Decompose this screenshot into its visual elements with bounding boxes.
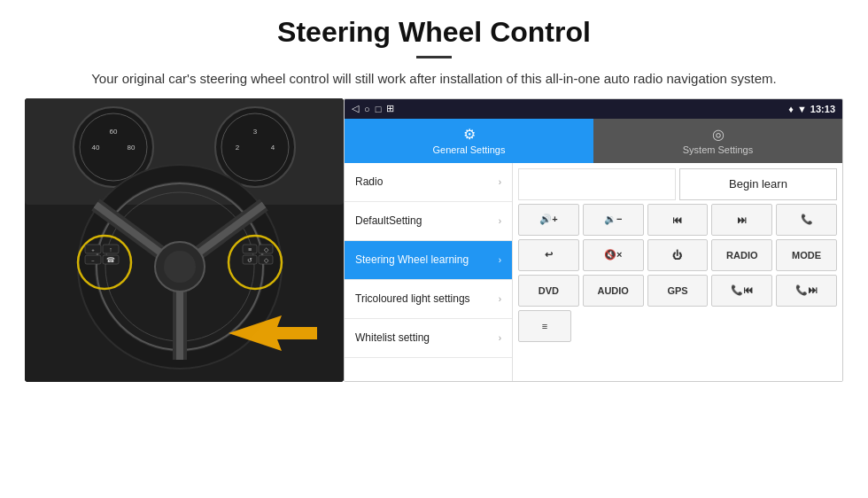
tablet-ui: ◁ ○ □ ⊞ ♦ ▼ 13:13 ⚙ General Settings ◎ S… xyxy=(344,98,843,382)
tel-next-button[interactable]: 📞⏭ xyxy=(776,275,837,307)
svg-text:80: 80 xyxy=(128,144,136,152)
volume-down-button[interactable]: 🔉− xyxy=(583,204,644,236)
mode-button[interactable]: MODE xyxy=(776,239,837,271)
svg-point-7 xyxy=(215,107,295,187)
home-nav-icon[interactable]: ○ xyxy=(364,104,370,114)
system-settings-icon: ◎ xyxy=(712,126,725,143)
general-settings-icon: ⚙ xyxy=(463,126,476,143)
menu-item-radio[interactable]: Radio › xyxy=(345,163,512,202)
prev-track-button[interactable]: ⏮ xyxy=(647,204,709,236)
svg-text:3: 3 xyxy=(253,128,258,136)
main-content: 60 80 40 3 4 2 xyxy=(0,98,868,393)
tel-prev-icon: 📞⏮ xyxy=(731,284,753,296)
mode-label: MODE xyxy=(792,250,821,261)
tab-system-label: System Settings xyxy=(683,144,753,155)
status-time: 13:13 xyxy=(810,104,835,114)
svg-rect-1 xyxy=(25,98,344,205)
button-row-1: 🔊+ 🔉− ⏮ ⏭ 📞 xyxy=(518,204,837,236)
volume-down-icon: 🔉− xyxy=(604,214,622,225)
svg-text:↑: ↑ xyxy=(109,246,112,253)
mute-icon: 🔇× xyxy=(604,249,622,261)
button-row-3: DVD AUDIO GPS 📞⏮ 📞⏭ xyxy=(518,275,837,307)
tab-bar: ⚙ General Settings ◎ System Settings xyxy=(345,119,842,163)
chevron-icon-default: › xyxy=(499,216,501,226)
prev-track-icon: ⏮ xyxy=(672,214,682,225)
next-track-icon: ⏭ xyxy=(737,214,747,225)
dvd-label: DVD xyxy=(539,285,559,296)
status-icons: ◁ ○ □ ⊞ xyxy=(352,103,394,114)
page-title: Steering Wheel Control xyxy=(35,16,833,49)
location-icon: ♦ xyxy=(788,104,794,114)
menu-item-tricoloured[interactable]: Tricoloured light settings › xyxy=(345,280,512,319)
call-icon: 📞 xyxy=(801,214,813,225)
chevron-icon-tricoloured: › xyxy=(499,294,501,304)
title-divider xyxy=(416,56,452,58)
settings-menu: Radio › DefaultSetting › Steering Wheel … xyxy=(345,163,513,381)
list-button[interactable]: ≡ xyxy=(518,310,571,342)
gps-button[interactable]: GPS xyxy=(647,275,709,307)
steering-wheel-image: 60 80 40 3 4 2 xyxy=(25,98,344,382)
radio-label: RADIO xyxy=(726,250,757,261)
list-icon: ≡ xyxy=(542,321,547,331)
chevron-icon-radio: › xyxy=(499,177,501,187)
control-panel: Begin learn 🔊+ 🔉− ⏮ ⏭ xyxy=(513,163,842,381)
back-nav-icon[interactable]: ◁ xyxy=(352,103,359,114)
gps-label: GPS xyxy=(667,285,687,296)
signal-icon: ▼ xyxy=(797,104,807,114)
svg-text:4: 4 xyxy=(271,144,275,152)
svg-text:2: 2 xyxy=(236,144,240,152)
screenshot-icon: ⊞ xyxy=(386,103,394,114)
tel-next-icon: 📞⏭ xyxy=(795,284,818,296)
svg-text:−: − xyxy=(91,258,95,263)
dvd-button[interactable]: DVD xyxy=(518,275,579,307)
button-row-2: ↩ 🔇× ⏻ RADIO MODE xyxy=(518,239,837,271)
tab-general-label: General Settings xyxy=(433,144,506,155)
volume-up-button[interactable]: 🔊+ xyxy=(518,204,579,236)
page-subtitle: Your original car's steering wheel contr… xyxy=(89,69,779,89)
begin-learn-button[interactable]: Begin learn xyxy=(679,168,837,200)
begin-learn-row: Begin learn xyxy=(518,168,837,200)
end-call-icon: ↩ xyxy=(545,249,553,261)
svg-text:≡: ≡ xyxy=(248,246,252,253)
content-area: Radio › DefaultSetting › Steering Wheel … xyxy=(345,163,842,381)
menu-item-whitelist[interactable]: Whitelist setting › xyxy=(345,319,512,358)
tab-general[interactable]: ⚙ General Settings xyxy=(345,119,593,163)
svg-text:☎: ☎ xyxy=(106,256,115,264)
audio-label: AUDIO xyxy=(597,285,628,296)
power-button[interactable]: ⏻ xyxy=(647,239,709,271)
button-row-4: ≡ xyxy=(518,310,837,342)
next-track-button[interactable]: ⏭ xyxy=(711,204,772,236)
tab-system[interactable]: ◎ System Settings xyxy=(593,119,842,163)
empty-cell xyxy=(518,168,676,200)
menu-item-steering[interactable]: Steering Wheel learning › xyxy=(345,241,512,280)
svg-text:↺: ↺ xyxy=(247,257,252,263)
tel-prev-button[interactable]: 📞⏮ xyxy=(711,275,772,307)
status-bar: ◁ ○ □ ⊞ ♦ ▼ 13:13 xyxy=(345,99,842,119)
svg-point-23 xyxy=(164,251,196,283)
status-right: ♦ ▼ 13:13 xyxy=(788,104,835,114)
power-icon: ⏻ xyxy=(672,250,682,261)
chevron-icon-whitelist: › xyxy=(499,333,501,343)
volume-up-icon: 🔊+ xyxy=(539,214,557,225)
radio-button[interactable]: RADIO xyxy=(711,239,772,271)
svg-text:60: 60 xyxy=(110,128,118,136)
recent-nav-icon[interactable]: □ xyxy=(376,104,382,114)
chevron-icon-steering: › xyxy=(499,255,501,265)
menu-item-default[interactable]: DefaultSetting › xyxy=(345,202,512,241)
call-button[interactable]: 📞 xyxy=(776,204,837,236)
page-header: Steering Wheel Control Your original car… xyxy=(0,0,868,98)
audio-button[interactable]: AUDIO xyxy=(583,275,644,307)
end-call-button[interactable]: ↩ xyxy=(518,239,579,271)
mute-button[interactable]: 🔇× xyxy=(583,239,644,271)
svg-text:+: + xyxy=(91,247,95,253)
svg-text:40: 40 xyxy=(92,144,100,152)
